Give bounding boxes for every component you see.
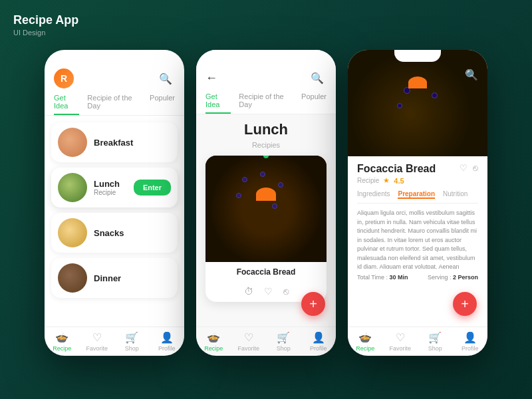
add-recipe-fab[interactable]: + [301, 292, 325, 316]
shop-icon-3: 🛒 [428, 331, 442, 344]
snacks-image [58, 218, 87, 247]
app-subtitle: UI Design [13, 29, 45, 37]
nav3-favorite[interactable]: ♡ Favorite [383, 331, 418, 352]
dish-sub: Recipie [357, 177, 379, 184]
favorite-icon: ♡ [92, 331, 102, 344]
lunch-label: Lunch [94, 179, 127, 189]
nav2-shop-label: Shop [277, 345, 291, 352]
nav2-recipe[interactable]: 🍲 Recipe [196, 331, 231, 352]
nav-favorite-label: Favorite [86, 345, 108, 352]
category-list: Breakfast Lunch Recipie Enter Snacks Din… [45, 116, 184, 327]
phone2: ← 🔍 Get Idea Recipie of the Day Populer … [196, 50, 336, 356]
category-lunch[interactable]: Lunch Recipie Enter [51, 168, 178, 207]
search-button-3[interactable]: 🔍 [465, 68, 478, 81]
recipe-icon: 🍲 [55, 331, 68, 344]
nav2-shop[interactable]: 🛒 Shop [266, 331, 301, 352]
tab-nutrition[interactable]: Nutrition [443, 190, 467, 199]
enter-button[interactable]: Enter [134, 180, 171, 196]
nav3-profile-label: Profile [462, 345, 479, 352]
section-sub: Recipies [196, 141, 336, 149]
nav-profile[interactable]: 👤 Profile [150, 331, 185, 352]
shop-icon-2: 🛒 [277, 331, 290, 344]
dish-meta: Recipie ★ 4.5 [357, 176, 436, 185]
heart-icon[interactable]: ♡ [264, 286, 273, 297]
star-icon: ★ [383, 176, 390, 185]
profile-icon: 👤 [160, 331, 174, 344]
bottom-nav-3: 🍲 Recipe ♡ Favorite 🛒 Shop 👤 Profile [348, 327, 487, 356]
search-button[interactable]: 🔍 [156, 69, 175, 88]
back-button[interactable]: ← [205, 71, 217, 85]
nav3-profile[interactable]: 👤 Profile [453, 331, 488, 352]
recipe-icon-2: 🍲 [207, 331, 220, 344]
section-title: Lunch [196, 114, 336, 141]
phone3: 🔍 Focaccia Bread Recipie ★ 4.5 ♡ ⎋ [348, 50, 487, 356]
tab-populer[interactable]: Populer [150, 94, 175, 115]
nav-favorite[interactable]: ♡ Favorite [80, 331, 115, 352]
dish-footer: Total Time : 30 Min Serving : 2 Person [357, 274, 478, 281]
time-icon: ⏱ [244, 286, 253, 297]
favorite-icon-2: ♡ [244, 331, 253, 344]
shop-icon: 🛒 [125, 331, 138, 344]
dinner-label: Dinner [94, 273, 171, 283]
nav2-fav-label: Favorite [237, 345, 259, 352]
total-time: Total Time : 30 Min [357, 274, 408, 281]
favorite-icon-3: ♡ [396, 331, 405, 344]
lunch-image [58, 173, 87, 202]
app-title: Recipe App [13, 13, 78, 27]
nav-shop[interactable]: 🛒 Shop [114, 331, 150, 352]
tabs-row: Get Idea Recipie of the Day Populer [45, 94, 184, 116]
recipe-card[interactable]: Focaccia Bread ⏱ ♡ ⎋ [205, 156, 327, 302]
nav2-recipe-label: Recipe [204, 345, 223, 352]
tab-recipe-day[interactable]: Recipie of the Day [87, 94, 142, 115]
phone2-tabs: Get Idea Recipie of the Day Populer [196, 92, 336, 114]
tab-get-idea[interactable]: Get Idea [54, 94, 79, 115]
recipe-icon-3: 🍲 [358, 331, 372, 344]
tab2-recipe-day[interactable]: Recipie of the Day [239, 92, 293, 114]
nav-recipe-label: Recipe [53, 345, 71, 352]
tab2-populer[interactable]: Populer [301, 92, 327, 114]
serving-info: Serving : 2 Person [428, 274, 478, 281]
nav3-shop-label: Shop [428, 345, 442, 352]
dish-hero-image: 🔍 [348, 50, 487, 156]
nav2-favorite[interactable]: ♡ Favorite [231, 331, 267, 352]
nav3-recipe[interactable]: 🍲 Recipe [348, 331, 383, 352]
category-snacks[interactable]: Snacks [51, 213, 178, 253]
breakfast-image [58, 128, 87, 157]
phone1: R 🔍 Get Idea Recipie of the Day Populer … [45, 50, 184, 356]
dish-share-icon[interactable]: ⎋ [473, 163, 478, 173]
profile-icon-3: 👤 [464, 331, 477, 344]
dinner-image [58, 263, 87, 293]
nav3-recipe-label: Recipe [356, 345, 374, 352]
tab-ingredients[interactable]: Ingredients [357, 190, 390, 199]
dish-rating: 4.5 [394, 177, 404, 185]
profile-icon-2: 👤 [312, 331, 325, 344]
recipe-name: Focaccia Bread [205, 262, 327, 282]
bottom-nav: 🍲 Recipe ♡ Favorite 🛒 Shop 👤 Profile [45, 327, 184, 356]
snacks-label: Snacks [94, 228, 171, 238]
add-dish-fab[interactable]: + [453, 292, 477, 316]
user-avatar[interactable]: R [54, 68, 74, 88]
lunch-sub: Recipie [94, 189, 127, 196]
nav3-fav-label: Favorite [389, 345, 411, 352]
breakfast-label: Breakfast [94, 138, 171, 148]
dish-title: Focaccia Bread [357, 163, 436, 175]
category-dinner[interactable]: Dinner [51, 258, 178, 298]
dish-heart-icon[interactable]: ♡ [460, 163, 467, 173]
share-icon[interactable]: ⎋ [283, 286, 289, 297]
nav3-shop[interactable]: 🛒 Shop [418, 331, 453, 352]
nav-shop-label: Shop [125, 345, 139, 352]
tab2-get-idea[interactable]: Get Idea [205, 92, 231, 114]
tab-preparation[interactable]: Preparation [398, 190, 435, 199]
nav2-profile-label: Profile [310, 345, 327, 352]
nav2-profile[interactable]: 👤 Profile [301, 331, 336, 352]
recipe-description: Aliquam ligula orci, mollis vestibulum s… [357, 209, 478, 269]
preparation-tabs: Ingredients Preparation Nutrition [357, 190, 478, 203]
bottom-nav-2: 🍲 Recipe ♡ Favorite 🛒 Shop 👤 Profile [196, 327, 336, 356]
category-breakfast[interactable]: Breakfast [51, 122, 178, 162]
search-button-2[interactable]: 🔍 [308, 68, 327, 87]
nav-profile-label: Profile [158, 345, 176, 352]
recipe-image [205, 156, 327, 262]
nav-recipe[interactable]: 🍲 Recipe [45, 331, 80, 352]
